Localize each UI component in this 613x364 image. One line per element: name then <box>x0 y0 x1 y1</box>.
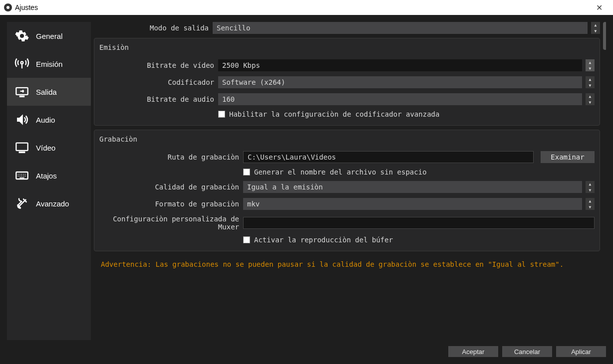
browse-button[interactable]: Examinar <box>541 151 595 163</box>
recording-quality-label: Calidad de grabaciòn <box>99 183 239 191</box>
encoder-label: Codificador <box>99 78 214 86</box>
emission-title: Emisiòn <box>99 43 595 51</box>
recording-quality-select[interactable]: Igual a la emisiòn <box>243 181 582 193</box>
encoder-select[interactable]: Software (x264) <box>218 76 582 88</box>
muxer-label: Configuraciòn personalizada de Muxer <box>99 215 239 231</box>
emission-group: Emisiòn Bitrate de vídeo 2500 Kbps ▲▼ Co… <box>94 38 600 126</box>
ok-button[interactable]: Aceptar <box>448 346 498 357</box>
app-icon <box>4 3 12 11</box>
advanced-encoder-label: Habilitar la configuraciòn de codificado… <box>229 110 439 118</box>
video-bitrate-input[interactable]: 2500 Kbps <box>218 59 582 71</box>
recording-format-select[interactable]: mkv <box>243 198 582 210</box>
muxer-input[interactable] <box>243 217 595 229</box>
settings-panel: Modo de salida Sencillo ▲▼ Emisiòn Bitra… <box>94 22 606 340</box>
titlebar: Ajustes ✕ <box>0 0 613 15</box>
sidebar-item-label: Avanzado <box>36 199 69 208</box>
speaker-icon <box>14 113 30 127</box>
sidebar-item-label: Atajos <box>36 172 57 180</box>
close-icon[interactable]: ✕ <box>589 3 609 12</box>
recording-path-input[interactable] <box>243 151 534 163</box>
output-mode-label: Modo de salida <box>94 24 209 32</box>
sidebar-item-output[interactable]: Salida <box>7 78 91 106</box>
sidebar-item-label: Salida <box>36 88 57 96</box>
sidebar-item-stream[interactable]: Emisión <box>7 50 91 78</box>
recording-group: Grabaciòn Ruta de grabaciòn Examinar Gen… <box>94 130 600 251</box>
sidebar-item-label: Vídeo <box>36 144 55 152</box>
output-mode-select[interactable]: Sencillo <box>213 22 588 34</box>
svg-rect-2 <box>16 143 27 151</box>
audio-bitrate-spin[interactable]: ▲▼ <box>586 93 595 105</box>
sidebar-item-label: Emisión <box>36 60 62 68</box>
encoder-spin[interactable]: ▲▼ <box>586 76 595 88</box>
gear-icon <box>14 29 30 43</box>
sidebar: General Emisión Salida Audio Vídeo Atajo… <box>7 22 91 340</box>
filename-nospace-checkbox[interactable] <box>243 169 250 176</box>
filename-nospace-label: Generar el nombre del archivo sin espaci… <box>254 168 427 176</box>
advanced-encoder-checkbox[interactable] <box>218 111 225 118</box>
keyboard-icon <box>14 169 30 182</box>
sidebar-item-label: General <box>36 32 62 40</box>
broadcast-icon <box>14 57 30 71</box>
audio-bitrate-select[interactable]: 160 <box>218 93 582 105</box>
video-bitrate-spin[interactable]: ▲▼ <box>586 59 595 71</box>
scrollbar[interactable] <box>603 22 606 50</box>
sidebar-item-label: Audio <box>36 116 55 124</box>
svg-rect-1 <box>19 96 24 97</box>
output-icon <box>14 85 30 99</box>
buffer-label: Activar la reproducciòn del búfer <box>254 236 393 244</box>
warning-text: Advertencia: Las grabaciones no se puede… <box>94 260 606 268</box>
tools-icon <box>14 196 30 210</box>
apply-button[interactable]: Aplicar <box>556 346 606 357</box>
recording-path-label: Ruta de grabaciòn <box>99 153 239 161</box>
sidebar-item-video[interactable]: Vídeo <box>7 134 91 162</box>
svg-rect-3 <box>19 152 25 153</box>
output-mode-spin[interactable]: ▲▼ <box>591 22 600 34</box>
recording-format-label: Formato de grabaciòn <box>99 200 239 208</box>
cancel-button[interactable]: Cancelar <box>502 346 552 357</box>
sidebar-item-advanced[interactable]: Avanzado <box>7 189 91 217</box>
sidebar-item-audio[interactable]: Audio <box>7 106 91 134</box>
recording-format-spin[interactable]: ▲▼ <box>586 198 595 210</box>
video-bitrate-label: Bitrate de vídeo <box>99 61 214 69</box>
sidebar-item-hotkeys[interactable]: Atajos <box>7 162 91 189</box>
sidebar-item-general[interactable]: General <box>7 22 91 50</box>
dialog-buttons: Aceptar Cancelar Aplicar <box>448 346 606 357</box>
monitor-icon <box>14 141 30 155</box>
recording-quality-spin[interactable]: ▲▼ <box>586 181 595 193</box>
window-title: Ajustes <box>15 3 38 11</box>
audio-bitrate-label: Bitrate de audio <box>99 95 214 103</box>
buffer-checkbox[interactable] <box>243 236 250 243</box>
recording-title: Grabaciòn <box>99 135 595 143</box>
